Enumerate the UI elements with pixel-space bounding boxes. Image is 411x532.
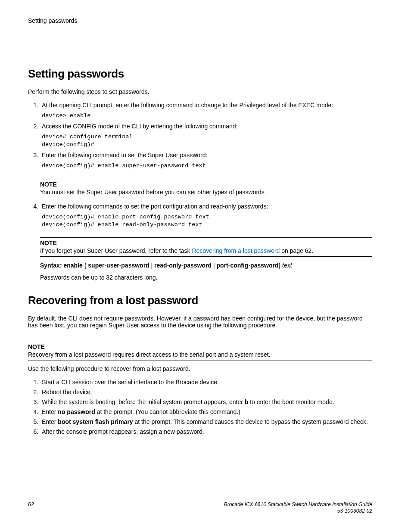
code-block-4: device(config)# enable port-config-passw… bbox=[42, 213, 372, 229]
footer-doc-number: 53-1003082-02 bbox=[337, 508, 372, 514]
recover-step-6: After the console prompt reappears, assi… bbox=[40, 428, 372, 436]
page-header-label: Setting passwords bbox=[28, 17, 372, 24]
step-4-text: Enter the following commands to set the … bbox=[42, 203, 268, 210]
document-page: Setting passwords Setting passwords Perf… bbox=[0, 0, 411, 532]
recover-step-3: While the system is booting, before the … bbox=[40, 398, 372, 406]
recover-step-3-post: to enter the boot monitor mode. bbox=[248, 398, 334, 405]
recover-step-4-post: at the prompt. (You cannot abbreviate th… bbox=[95, 408, 240, 415]
section1-steps-cont: Enter the following commands to set the … bbox=[28, 202, 372, 229]
note-3: NOTE Recovery from a lost password requi… bbox=[28, 341, 372, 361]
recovering-password-link[interactable]: Recovering from a lost password bbox=[192, 247, 280, 254]
note-2: NOTE If you forget your Super User passw… bbox=[40, 237, 372, 257]
footer-guide-title: Brocade ICX 6610 Stackable Switch Hardwa… bbox=[224, 501, 372, 507]
page-number: 62 bbox=[28, 501, 34, 507]
syntax-italic: text bbox=[282, 262, 292, 269]
recover-step-5-pre: Enter bbox=[42, 418, 58, 425]
note-2-suffix: on page 62. bbox=[280, 247, 313, 254]
step-2: Access the CONFIG mode of the CLI by ent… bbox=[40, 122, 372, 149]
step-1: At the opening CLI prompt, enter the fol… bbox=[40, 101, 372, 120]
step-3: Enter the following command to set the S… bbox=[40, 151, 372, 170]
recover-step-4-pre: Enter bbox=[42, 408, 58, 415]
step-1-text: At the opening CLI prompt, enter the fol… bbox=[42, 102, 333, 109]
after-syntax-text: Passwords can be up to 32 characters lon… bbox=[40, 274, 372, 281]
section2-steps: Start a CLI session over the serial inte… bbox=[28, 378, 372, 436]
note-3-text: Recovery from a lost password requires d… bbox=[28, 351, 372, 358]
note-1: NOTE You must set the Super User passwor… bbox=[40, 179, 372, 198]
recover-step-3-pre: While the system is booting, before the … bbox=[42, 398, 245, 405]
section1-intro: Perform the following steps to set passw… bbox=[28, 88, 372, 95]
syntax-prefix: Syntax: enable bbox=[40, 262, 83, 269]
note-1-label: NOTE bbox=[40, 181, 372, 188]
recover-step-4: Enter no password at the prompt. (You ca… bbox=[40, 408, 372, 416]
page-footer: 62 Brocade ICX 6610 Stackable Switch Har… bbox=[28, 501, 372, 515]
section-title-setting-passwords: Setting passwords bbox=[28, 67, 372, 81]
code-block-1: device> enable bbox=[42, 112, 372, 120]
code-block-3: device(config)# enable super-user-passwo… bbox=[42, 162, 372, 170]
note-3-label: NOTE bbox=[28, 343, 372, 350]
note-2-label: NOTE bbox=[40, 240, 372, 246]
syntax-opt3: port-config-password bbox=[217, 262, 279, 269]
section1-steps: At the opening CLI prompt, enter the fol… bbox=[28, 101, 372, 170]
step-2-text: Access the CONFIG mode of the CLI by ent… bbox=[42, 123, 237, 130]
note-2-prefix: If you forget your Super User password, … bbox=[40, 247, 192, 254]
syntax-line: Syntax: enable { super-user-password | r… bbox=[40, 262, 372, 269]
note-1-text: You must set the Super User password bef… bbox=[40, 188, 372, 196]
procedure-intro: Use the following procedure to recover f… bbox=[28, 365, 372, 372]
note-2-text: If you forget your Super User password, … bbox=[40, 247, 372, 255]
recover-step-5: Enter boot system flash primary at the p… bbox=[40, 418, 372, 426]
recover-step-5-bold: boot system flash primary bbox=[58, 418, 133, 425]
code-block-2: device# configure terminal device(config… bbox=[42, 133, 372, 149]
syntax-opt1: super-user-password bbox=[88, 262, 149, 269]
syntax-opt2: read-only-password bbox=[154, 262, 212, 269]
recover-step-4-bold: no password bbox=[58, 408, 95, 415]
recover-step-1: Start a CLI session over the serial inte… bbox=[40, 378, 372, 386]
section-title-recovering: Recovering from a lost password bbox=[28, 294, 372, 307]
recover-step-5-post: at the prompt. This command causes the d… bbox=[133, 418, 368, 425]
step-3-text: Enter the following command to set the S… bbox=[42, 152, 207, 159]
step-4: Enter the following commands to set the … bbox=[40, 202, 372, 229]
footer-right: Brocade ICX 6610 Stackable Switch Hardwa… bbox=[224, 501, 372, 515]
section2-intro: By default, the CLI does not require pas… bbox=[28, 315, 372, 329]
recover-step-2: Reboot the device. bbox=[40, 388, 372, 396]
